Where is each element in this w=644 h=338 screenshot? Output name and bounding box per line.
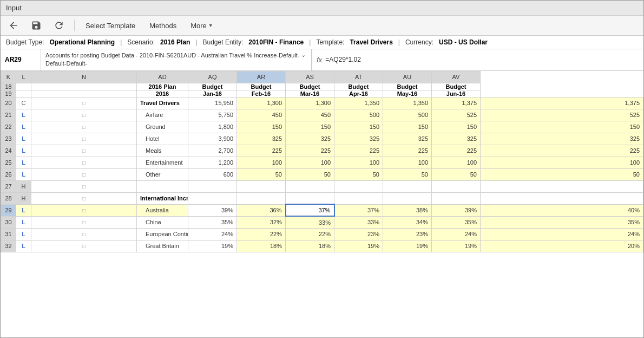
row-32-ar[interactable]: 18%	[286, 240, 334, 252]
row-26-as[interactable]: 50	[334, 168, 383, 180]
select-template-button[interactable]: Select Template	[82, 21, 139, 31]
row-20-ad[interactable]: 15,950	[188, 97, 237, 109]
row-20-at[interactable]: 1,350	[383, 97, 432, 109]
row-22-aq[interactable]: 150	[237, 121, 286, 133]
row-21-aq[interactable]: 450	[237, 109, 286, 121]
row-31-au[interactable]: 24%	[432, 228, 481, 240]
row-31-av[interactable]: 24%	[481, 228, 643, 240]
col-header-ad[interactable]: AD	[137, 71, 188, 83]
row-20-aq[interactable]: 1,300	[237, 97, 286, 109]
row-32-aq[interactable]: 18%	[237, 240, 286, 252]
row-22-ar[interactable]: 150	[286, 121, 334, 133]
row-25-au[interactable]: 100	[432, 157, 481, 168]
row-26-label[interactable]: Other	[137, 168, 188, 180]
row-30-aq[interactable]: 32%	[237, 216, 286, 228]
row-29-ar[interactable]: 37%	[286, 204, 334, 216]
row-30-av[interactable]: 35%	[481, 216, 643, 228]
row-24-aq[interactable]: 225	[237, 145, 286, 157]
row-25-av[interactable]: 100	[481, 157, 643, 168]
row-25-at[interactable]: 100	[383, 157, 432, 168]
row-23-as[interactable]: 325	[334, 133, 383, 145]
row-23-ar[interactable]: 325	[286, 133, 334, 145]
row-31-at[interactable]: 23%	[383, 228, 432, 240]
col-header-at[interactable]: AT	[334, 71, 383, 83]
methods-button[interactable]: Methods	[146, 21, 180, 31]
more-button[interactable]: More ▼	[187, 21, 216, 31]
row-31-aq[interactable]: 22%	[237, 228, 286, 240]
row-26-at[interactable]: 50	[383, 168, 432, 180]
col-header-k[interactable]: K	[1, 71, 16, 83]
row-22-ad[interactable]: 1,800	[188, 121, 237, 133]
row-30-ar[interactable]: 33%	[286, 216, 334, 228]
row-26-ar[interactable]: 50	[286, 168, 334, 180]
row-21-ad[interactable]: 5,750	[188, 109, 237, 121]
row-23-ad[interactable]: 3,900	[188, 133, 237, 145]
back-button[interactable]	[6, 19, 21, 32]
row-24-ad[interactable]: 2,700	[188, 145, 237, 157]
expand-button[interactable]: ⌄	[298, 51, 309, 58]
row-24-av[interactable]: 225	[481, 145, 643, 157]
row-32-au[interactable]: 19%	[432, 240, 481, 252]
row-20-as[interactable]: 1,350	[334, 97, 383, 109]
row-21-au[interactable]: 525	[432, 109, 481, 121]
row-24-label[interactable]: Meals	[137, 145, 188, 157]
col-header-n[interactable]: N	[31, 71, 137, 83]
col-header-aq[interactable]: AQ	[188, 71, 237, 83]
row-25-label[interactable]: Entertainment	[137, 157, 188, 168]
row-32-as[interactable]: 19%	[334, 240, 383, 252]
row-24-as[interactable]: 225	[334, 145, 383, 157]
row-31-label[interactable]: European Continent	[137, 228, 188, 240]
row-31-as[interactable]: 23%	[334, 228, 383, 240]
row-20-au[interactable]: 1,375	[432, 97, 481, 109]
row-29-as[interactable]: 37%	[334, 204, 383, 216]
row-23-at[interactable]: 325	[383, 133, 432, 145]
save-button[interactable]	[29, 19, 44, 32]
row-26-av[interactable]: 50	[481, 168, 643, 180]
row-25-as[interactable]: 100	[334, 157, 383, 168]
row-23-aq[interactable]: 325	[237, 133, 286, 145]
row-25-ad[interactable]: 1,200	[188, 157, 237, 168]
row-32-ad[interactable]: 19%	[188, 240, 237, 252]
row-29-au[interactable]: 39%	[432, 204, 481, 216]
row-30-ad[interactable]: 35%	[188, 216, 237, 228]
row-30-at[interactable]: 34%	[383, 216, 432, 228]
col-header-au[interactable]: AU	[383, 71, 432, 83]
row-21-ar[interactable]: 450	[286, 109, 334, 121]
row-30-as[interactable]: 33%	[334, 216, 383, 228]
row-22-label[interactable]: Ground	[137, 121, 188, 133]
row-21-av[interactable]: 525	[481, 109, 643, 121]
row-30-label[interactable]: China	[137, 216, 188, 228]
row-29-av[interactable]: 40%	[481, 204, 643, 216]
row-21-as[interactable]: 500	[334, 109, 383, 121]
row-24-ar[interactable]: 225	[286, 145, 334, 157]
row-23-av[interactable]: 325	[481, 133, 643, 145]
col-header-as[interactable]: AS	[286, 71, 334, 83]
row-21-label[interactable]: Airfare	[137, 109, 188, 121]
row-25-ar[interactable]: 100	[286, 157, 334, 168]
row-22-at[interactable]: 150	[383, 121, 432, 133]
row-30-au[interactable]: 35%	[432, 216, 481, 228]
row-32-label[interactable]: Great Britain	[137, 240, 188, 252]
row-31-ar[interactable]: 22%	[286, 228, 334, 240]
row-32-av[interactable]: 20%	[481, 240, 643, 252]
row-20-ar[interactable]: 1,300	[286, 97, 334, 109]
refresh-button[interactable]	[51, 19, 67, 32]
row-22-as[interactable]: 150	[334, 121, 383, 133]
row-20-label[interactable]: Travel Drivers	[137, 97, 188, 109]
row-22-au[interactable]: 150	[432, 121, 481, 133]
row-29-ad[interactable]: 39%	[188, 204, 237, 216]
row-31-ad[interactable]: 24%	[188, 228, 237, 240]
col-header-l[interactable]: L	[16, 71, 31, 83]
col-header-av[interactable]: AV	[432, 71, 481, 83]
row-24-at[interactable]: 225	[383, 145, 432, 157]
row-25-aq[interactable]: 100	[237, 157, 286, 168]
row-26-au[interactable]: 50	[432, 168, 481, 180]
row-21-at[interactable]: 500	[383, 109, 432, 121]
row-23-au[interactable]: 325	[432, 133, 481, 145]
row-20-av[interactable]: 1,375	[481, 97, 643, 109]
row-22-av[interactable]: 150	[481, 121, 643, 133]
row-29-label[interactable]: Australia	[137, 204, 188, 216]
col-header-ar[interactable]: AR	[237, 71, 286, 83]
row-29-at[interactable]: 38%	[383, 204, 432, 216]
row-26-aq[interactable]: 50	[237, 168, 286, 180]
